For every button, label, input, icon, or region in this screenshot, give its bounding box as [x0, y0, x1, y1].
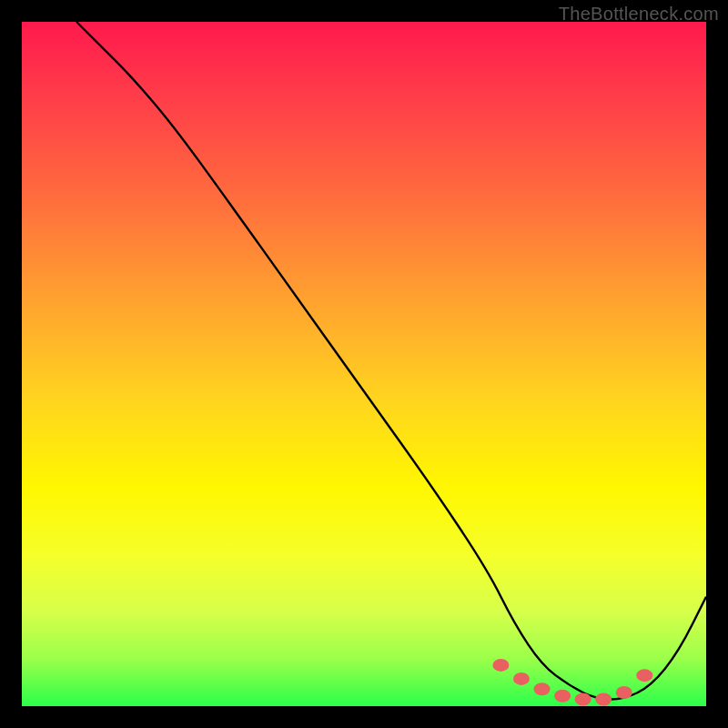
bottleneck-curve-svg — [22, 22, 706, 706]
sweet-spot-dot — [492, 659, 509, 672]
bottleneck-curve — [76, 22, 706, 699]
sweet-spot-dot — [554, 690, 571, 703]
chart-stage: TheBottleneck.com — [0, 0, 728, 728]
plot-area — [22, 22, 706, 706]
sweet-spot-dot — [595, 693, 612, 705]
watermark-text: TheBottleneck.com — [559, 4, 719, 25]
sweet-spot-dot — [513, 672, 530, 685]
sweet-spot-dot — [636, 669, 652, 682]
sweet-spot-dot — [616, 686, 632, 699]
sweet-spot-dot — [534, 682, 551, 695]
sweet-spot-group — [492, 659, 652, 706]
sweet-spot-dot — [575, 693, 592, 705]
